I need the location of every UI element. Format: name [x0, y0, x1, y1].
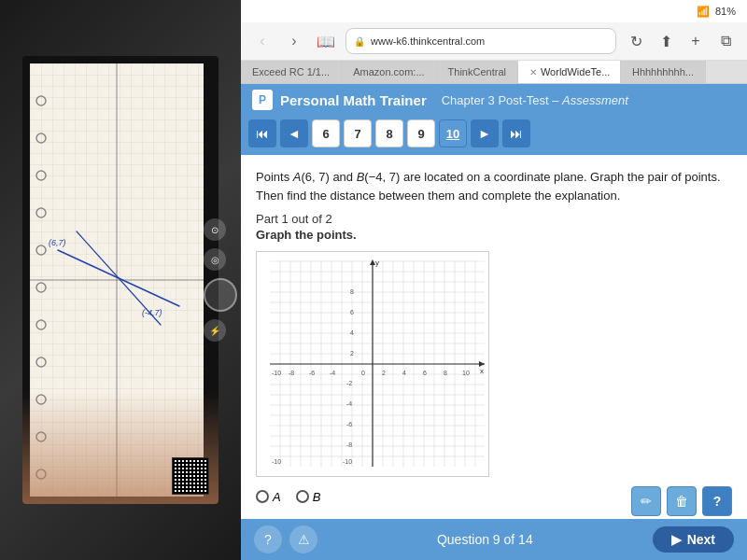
- bottom-help-button[interactable]: ?: [254, 525, 282, 553]
- tick-ym6: -6: [346, 421, 352, 427]
- help-tool-button[interactable]: ?: [702, 486, 732, 516]
- radio-group: A B: [256, 490, 320, 504]
- bottom-next-label: Next: [687, 532, 715, 547]
- camera-sidebar-icons: ⊙ ◎ ⚡: [204, 218, 237, 342]
- tick-m10: -10: [272, 370, 281, 376]
- qr-code: [172, 457, 209, 495]
- battery-indicator: 81%: [715, 6, 736, 17]
- shutter-button[interactable]: [204, 278, 237, 312]
- horizontal-grid-lines: [270, 261, 485, 456]
- x-axis-label: x: [480, 367, 484, 375]
- tab-amazon-label: Amazon.com:...: [353, 66, 424, 77]
- flash-icon[interactable]: ⚡: [204, 319, 226, 342]
- url-text: www-k6.thinkcentral.com: [371, 35, 608, 47]
- coordinate-graph[interactable]: x y 0 -4 -6 -8 -10 2 4 6 8 10 8 6 4: [257, 252, 490, 476]
- trainer-header: P Personal Math Trainer Chapter 3 Post-T…: [241, 84, 747, 116]
- nav-num-8[interactable]: 8: [375, 119, 403, 147]
- nav-num-7[interactable]: 7: [344, 119, 372, 147]
- bottom-bar: ? ⚠ Question 9 of 14 ▶ Next: [241, 519, 747, 560]
- tab-bar: Exceed RC 1/1... Amazon.com:... ThinkCen…: [241, 61, 747, 84]
- tab-close-icon[interactable]: ✕: [529, 67, 537, 77]
- bookmarks-button[interactable]: 📖: [314, 29, 338, 53]
- tick-y8: 8: [350, 288, 354, 295]
- next-button-bottom[interactable]: ▶ Next: [653, 526, 734, 553]
- bottom-warning-button[interactable]: ⚠: [289, 525, 317, 553]
- bottom-next-arrow-icon: ▶: [671, 532, 682, 547]
- tick-xm10b: -10: [272, 458, 281, 465]
- tick-m8: -8: [289, 370, 294, 376]
- tick-m4: -4: [330, 370, 335, 376]
- svg-text:(-4,7): (-4,7): [142, 308, 162, 317]
- back-button[interactable]: ‹: [250, 29, 275, 53]
- tick-0: 0: [361, 370, 365, 376]
- tabs-button[interactable]: ⧉: [713, 29, 738, 53]
- radio-tools-row: A B ✏ 🗑 ?: [256, 486, 732, 516]
- y-axis-label: y: [375, 259, 379, 267]
- share-button[interactable]: ⬆: [654, 29, 678, 53]
- trash-icon: 🗑: [675, 494, 688, 509]
- question-text: Points A(6, 7) and B(−4, 7) are located …: [256, 168, 732, 204]
- radio-a-label: A: [273, 490, 281, 504]
- nav-next-button[interactable]: ►: [471, 119, 499, 147]
- tab-exceed-label: Exceed RC 1/1...: [252, 66, 330, 77]
- radio-b-circle[interactable]: [296, 490, 309, 503]
- pencil-icon: ✏: [641, 494, 652, 509]
- nav-num-6[interactable]: 6: [312, 119, 340, 147]
- svg-text:(6,7): (6,7): [49, 238, 66, 247]
- nav-last-button[interactable]: ⏭: [502, 119, 530, 147]
- tick-m6: -6: [309, 370, 315, 376]
- trainer-logo: P: [252, 90, 273, 110]
- trainer-title: Personal Math Trainer: [280, 92, 427, 108]
- tab-exceed[interactable]: Exceed RC 1/1...: [241, 61, 342, 83]
- tab-h[interactable]: Hhhhhhhhh...: [621, 61, 706, 83]
- tick-6: 6: [423, 370, 427, 376]
- radio-a-circle[interactable]: [256, 490, 269, 503]
- help-icon: ?: [713, 494, 722, 509]
- tick-2: 2: [382, 370, 386, 376]
- trainer-chapter: Chapter 3 Post-Test – Assessment: [442, 93, 628, 107]
- nav-numbers: ⏮ ◄ 6 7 8 9 10 ► ⏭: [241, 116, 747, 155]
- settings-icon[interactable]: ◎: [204, 248, 226, 271]
- tick-y4: 4: [350, 329, 354, 336]
- camera-panel: (6,7) (-4,7): [0, 0, 241, 560]
- radio-b-item[interactable]: B: [296, 490, 321, 504]
- camera-icon[interactable]: ⊙: [204, 218, 226, 241]
- tick-ym4: -4: [346, 400, 352, 407]
- tick-y6: 6: [350, 309, 354, 315]
- reload-button[interactable]: ↻: [624, 29, 648, 53]
- radio-a-item[interactable]: A: [256, 490, 281, 504]
- tab-thinkcentral-label: ThinkCentral: [448, 66, 506, 77]
- tick-10: 10: [462, 370, 470, 376]
- nav-num-10[interactable]: 10: [439, 119, 467, 147]
- nav-num-9[interactable]: 9: [407, 119, 435, 147]
- nav-first-button[interactable]: ⏮: [248, 119, 276, 147]
- status-bar: 📶 81%: [241, 0, 747, 22]
- nav-prev-button[interactable]: ◄: [280, 119, 308, 147]
- tab-h-label: Hhhhhhhhh...: [632, 66, 694, 77]
- pencil-tool-button[interactable]: ✏: [631, 486, 661, 516]
- question-area: Points A(6, 7) and B(−4, 7) are located …: [241, 155, 747, 519]
- part-instruction: Graph the points.: [256, 228, 732, 242]
- math-trainer: P Personal Math Trainer Chapter 3 Post-T…: [241, 84, 747, 519]
- tab-amazon[interactable]: Amazon.com:...: [342, 61, 436, 83]
- graph-container[interactable]: x y 0 -4 -6 -8 -10 2 4 6 8 10 8 6 4: [256, 251, 489, 477]
- tick-8: 8: [444, 370, 447, 376]
- lock-icon: 🔒: [354, 36, 365, 47]
- bottom-icons: ? ⚠: [254, 525, 317, 553]
- add-tab-button[interactable]: +: [684, 29, 708, 53]
- url-bar[interactable]: 🔒 www-k6.thinkcentral.com: [345, 28, 616, 54]
- question-count: Question 9 of 14: [437, 532, 533, 547]
- tab-worldwide-label: WorldWideTe...: [541, 66, 610, 77]
- tick-ym2: -2: [346, 380, 352, 386]
- browser-actions: ↻ ⬆ + ⧉: [624, 29, 738, 53]
- wifi-indicator: 📶: [697, 6, 710, 18]
- tick-y2: 2: [350, 350, 354, 357]
- tick-ym8: -8: [346, 441, 352, 448]
- tab-worldwide[interactable]: ✕ WorldWideTe...: [518, 61, 621, 83]
- tab-thinkcentral[interactable]: ThinkCentral: [437, 61, 518, 83]
- part-info: Part 1 out of 2: [256, 212, 732, 226]
- trash-tool-button[interactable]: 🗑: [667, 486, 697, 516]
- browser-chrome: ‹ › 📖 🔒 www-k6.thinkcentral.com ↻ ⬆ + ⧉: [241, 22, 747, 61]
- notebook-image: (6,7) (-4,7): [22, 56, 218, 504]
- forward-button[interactable]: ›: [282, 29, 306, 53]
